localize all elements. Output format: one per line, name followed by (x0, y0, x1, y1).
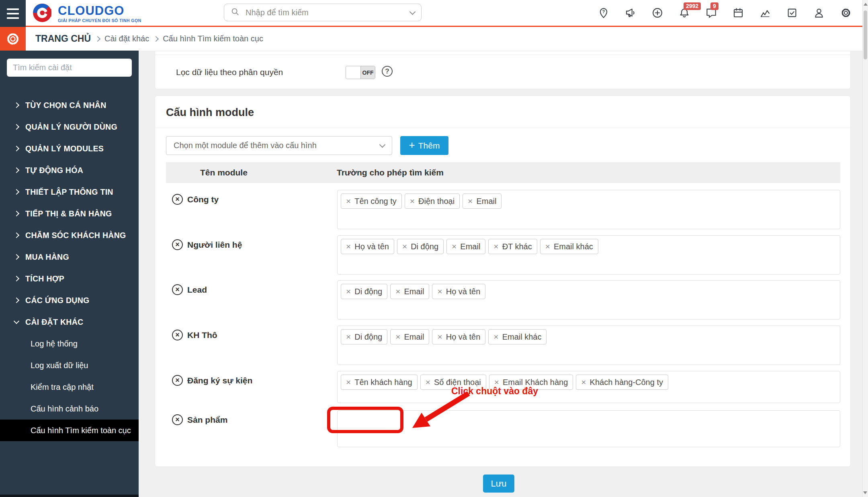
remove-module-icon[interactable] (172, 414, 183, 425)
remove-field-icon[interactable] (493, 242, 498, 251)
cloudgo-logo[interactable]: CLOUDGO GIẢI PHÁP CHUYỂN ĐỔI SỐ TINH GỌN (32, 2, 141, 25)
field-tag-label: Email (460, 242, 480, 251)
field-tag: Di động (341, 329, 387, 344)
scroll-up-arrow-icon[interactable] (864, 3, 868, 6)
divider (155, 128, 850, 128)
chat-icon[interactable]: 9 (705, 7, 717, 19)
remove-field-icon[interactable] (346, 332, 351, 342)
sidebar-item-quan-ly-modules[interactable]: QUẢN LÝ MODULES (0, 138, 139, 159)
table-row: Sản phẩm (166, 410, 840, 447)
column-header-module-name: Tên module (166, 168, 337, 177)
field-tag: Email (390, 284, 429, 299)
settings-module-icon[interactable] (0, 27, 26, 51)
breadcrumb: TRANG CHỦ Cài đặt khác Cấu hình Tìm kiếm… (35, 27, 263, 51)
sidebar-item-cai-dat-khac[interactable]: CÀI ĐẶT KHÁC (0, 311, 139, 333)
remove-field-icon[interactable] (468, 197, 473, 206)
divider (155, 55, 850, 55)
sidebar-item-tu-dong-hoa[interactable]: TỰ ĐỘNG HÓA (0, 159, 139, 181)
sidebar-item-thiet-lap-thong-tin[interactable]: THIẾT LẬP THÔNG TIN (0, 181, 139, 203)
scroll-down-arrow-icon[interactable] (863, 491, 867, 494)
remove-field-icon[interactable] (395, 287, 400, 296)
tasks-icon[interactable] (786, 7, 798, 19)
field-tag: ĐT khác (488, 239, 537, 254)
chevron-right-icon (14, 189, 19, 195)
global-search-box[interactable] (224, 4, 422, 21)
remove-field-icon[interactable] (545, 242, 550, 251)
svg-text:?: ? (602, 9, 605, 14)
search-icon (231, 7, 240, 18)
sidebar-item-tiep-thi-ban-hang[interactable]: TIẾP THỊ & BÁN HÀNG (0, 203, 139, 224)
sidebar-item-mua-hang[interactable]: MUA HÀNG (0, 246, 139, 268)
search-fields-input[interactable]: Họ và tên Di động Email ĐT khác Email kh… (337, 235, 840, 275)
remove-field-icon[interactable] (410, 197, 415, 206)
field-tag: Khách hàng-Công ty (576, 375, 668, 390)
scrollbar-thumb[interactable] (864, 10, 867, 59)
permission-filter-toggle[interactable]: OFF (346, 66, 375, 79)
sidebar-search-input[interactable] (7, 59, 132, 77)
sidebar-item-tich-hop[interactable]: TÍCH HỢP (0, 268, 139, 289)
sidebar-item-tuy-chon-ca-nhan[interactable]: TÙY CHỌN CÁ NHÂN (0, 94, 139, 116)
profile-icon[interactable] (813, 7, 825, 19)
hamburger-bar (7, 17, 19, 19)
remove-field-icon[interactable] (581, 378, 586, 387)
sidebar-subitem-log-xuat-du-lieu[interactable]: Log xuất dữ liệu (0, 354, 139, 376)
remove-field-icon[interactable] (437, 287, 442, 296)
search-fields-input[interactable]: Di động Email Họ và tên (337, 280, 840, 320)
remove-module-icon[interactable] (172, 239, 183, 250)
remove-module-icon[interactable] (172, 375, 183, 386)
remove-field-icon[interactable] (493, 332, 498, 342)
chevron-right-icon (14, 124, 19, 130)
chevron-down-icon[interactable] (409, 8, 416, 15)
sidebar-item-label: THIẾT LẬP THÔNG TIN (25, 187, 113, 197)
sidebar-item-cac-ung-dung[interactable]: CÁC ỨNG DỤNG (0, 289, 139, 311)
remove-field-icon[interactable] (346, 242, 351, 251)
remove-module-icon[interactable] (172, 330, 183, 340)
add-module-button-label: Thêm (418, 141, 440, 151)
sidebar-item-label: TIẾP THỊ & BÁN HÀNG (25, 209, 112, 218)
field-tag-label: Họ và tên (354, 242, 389, 251)
sidebar-subitem-log-he-thong[interactable]: Log hệ thống (0, 333, 139, 354)
remove-field-icon[interactable] (452, 242, 457, 251)
sidebar-subitem-cau-hinh-canh-bao[interactable]: Cấu hình cảnh báo (0, 398, 139, 420)
breadcrumb-item[interactable]: Cài đặt khác (104, 34, 149, 43)
remove-module-icon[interactable] (172, 284, 183, 295)
field-tag-label: Email (476, 197, 496, 206)
remove-field-icon[interactable] (346, 287, 351, 296)
field-tag-label: Di động (411, 242, 438, 251)
sidebar-item-quan-ly-nguoi-dung[interactable]: QUẢN LÝ NGƯỜI DÙNG (0, 116, 139, 138)
remove-field-icon[interactable] (402, 242, 407, 251)
vertical-scrollbar[interactable] (862, 0, 868, 497)
search-fields-input[interactable]: Tên công ty Điện thoại Email (337, 190, 840, 229)
field-tag-label: Email khác (554, 242, 593, 251)
settings-gear-icon[interactable] (840, 7, 852, 19)
module-select-dropdown[interactable]: Chọn một module để thêm vào cấu hình (166, 136, 392, 155)
remove-field-icon[interactable] (346, 197, 351, 206)
remove-field-icon[interactable] (426, 378, 430, 387)
notifications-bell-icon[interactable]: 2992 (678, 7, 690, 19)
hamburger-menu-button[interactable] (0, 0, 26, 27)
breadcrumb-home-link[interactable]: TRANG CHỦ (35, 33, 91, 44)
sidebar-item-cham-soc-khach-hang[interactable]: CHĂM SÓC KHÁCH HÀNG (0, 224, 139, 246)
announcement-icon[interactable] (624, 7, 637, 19)
search-fields-input[interactable]: Di động Email Họ và tên Email khác (337, 326, 840, 365)
remove-module-icon[interactable] (172, 194, 183, 205)
save-button[interactable]: Lưu (483, 475, 514, 493)
add-module-button[interactable]: Thêm (400, 136, 448, 155)
remove-field-icon[interactable] (437, 332, 442, 342)
remove-field-icon[interactable] (346, 378, 351, 387)
chevron-down-icon (14, 318, 19, 324)
global-search-input[interactable] (245, 8, 405, 18)
table-row: Lead Di động Email Họ và tên (166, 280, 840, 320)
quick-add-icon[interactable] (651, 7, 663, 19)
remove-field-icon[interactable] (395, 332, 400, 342)
chevron-right-icon (153, 36, 159, 41)
analytics-icon[interactable] (759, 7, 771, 19)
location-help-icon[interactable]: ? (598, 7, 610, 19)
field-tag: Di động (397, 239, 444, 254)
field-tag-label: Di động (354, 332, 382, 342)
help-icon[interactable]: ? (382, 66, 393, 77)
calendar-icon[interactable] (732, 7, 744, 19)
sidebar-subitem-kiem-tra-cap-nhat[interactable]: Kiểm tra cập nhật (0, 376, 139, 398)
sidebar-subitem-label: Kiểm tra cập nhật (31, 383, 94, 392)
sidebar-subitem-cau-hinh-tim-kiem-toan-cuc[interactable]: Cấu hình Tìm kiếm toàn cục (0, 420, 139, 441)
